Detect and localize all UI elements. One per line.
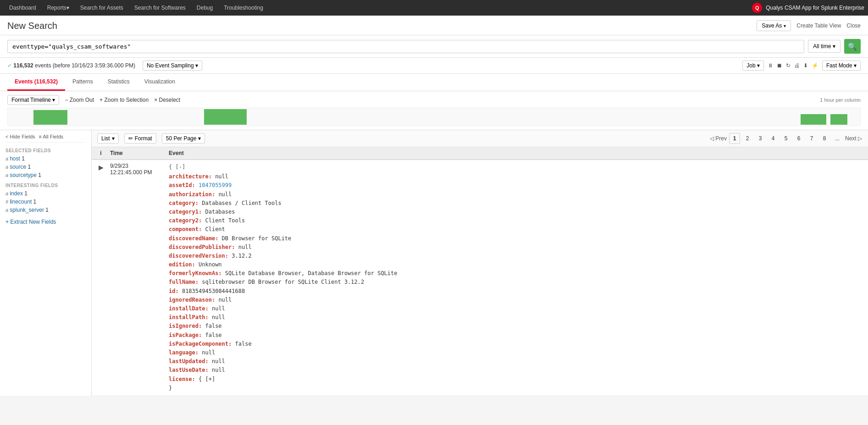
page-5-button[interactable]: 5 [780,133,791,144]
search-icon: 🔍 [848,42,857,51]
event-fields: architecture: null assetId: 1047055999 a… [169,172,864,392]
close-button[interactable]: Close [846,22,861,29]
create-table-view-link[interactable]: Create Table View [796,22,841,29]
status-bar: ✓ 116,532 events (before 10/16/23 3:59:3… [0,58,868,74]
nav-search-softwares[interactable]: Search for Softwares [129,0,191,16]
event-field-license: license: { [+] [169,375,864,384]
nav-dashboard[interactable]: Dashboard [4,0,42,16]
stop-icon[interactable]: ⏹ [777,62,782,69]
list-chevron-icon: ▾ [112,135,115,142]
timeline-chart[interactable] [7,108,861,126]
search-button[interactable]: 🔍 [844,39,861,54]
timeline-bar-1 [33,110,67,125]
page-6-button[interactable]: 6 [793,133,804,144]
field-host[interactable]: a host 1 [6,155,86,162]
pencil-icon: ✏ [128,135,133,142]
per-page-button[interactable]: 50 Per Page ▾ [162,133,205,144]
save-as-chevron-icon: ▾ [784,23,786,28]
event-field-installdate: installDate: null [169,304,864,313]
tab-statistics[interactable]: Statistics [100,74,137,91]
results-area: < Hide Fields ≡ All Fields SELECTED FIEL… [0,130,868,396]
event-field-assetid: assetId: 1047055999 [169,181,864,190]
event-field-category2: category2: Client Tools [169,216,864,225]
brand-logo-area: Q Qualys CSAM App for Splunk Enterprise [752,3,864,13]
row-clock: 12:21:45.000 PM [110,169,165,176]
event-header-bracket[interactable]: { [-] [169,163,864,171]
event-field-isignored: isIgnored: false [169,322,864,331]
zoom-out-button[interactable]: − Zoom Out [65,97,94,103]
tab-events[interactable]: Events (116,532) [7,74,65,91]
format-timeline-button[interactable]: Format Timeline ▾ [7,95,59,105]
pagination-dots: ... [832,133,843,144]
nav-debug[interactable]: Debug [191,0,218,16]
extract-new-fields-link[interactable]: + Extract New Fields [6,219,86,225]
timeline-section: Format Timeline ▾ − Zoom Out + Zoom to S… [0,91,868,130]
fast-mode-button[interactable]: Fast Mode ▾ [822,61,861,71]
field-sourcetype[interactable]: a sourcetype 1 [6,172,86,178]
next-page-button[interactable]: Next ▷ [845,133,862,144]
event-field-installpath: installPath: null [169,313,864,322]
time-range-button[interactable]: All time ▾ [808,40,840,53]
page-2-button[interactable]: 2 [742,133,753,144]
col-header-event: Event [169,150,864,156]
event-field-language: language: null [169,348,864,357]
row-time: 9/29/23 12:21:45.000 PM [110,163,165,176]
event-field-fullname: fullName: sqlitebrowser DB Browser for S… [169,278,864,287]
field-linecount[interactable]: # linecount 1 [6,199,86,205]
row-expand-toggle[interactable]: ▶ [95,163,106,171]
all-fields-button[interactable]: ≡ All Fields [39,134,64,139]
result-tabs: Events (116,532) Patterns Statistics Vis… [0,74,868,91]
pagination: ◁ Prev 1 2 3 4 5 6 7 8 ... Next ▷ [709,133,862,144]
print-icon[interactable]: 🖨 [794,62,800,69]
per-page-chevron-icon: ▾ [198,135,201,142]
field-index[interactable]: a index 1 [6,190,86,197]
list-button[interactable]: List ▾ [97,133,119,144]
field-source[interactable]: a source 1 [6,164,86,170]
sidebar-header: < Hide Fields ≡ All Fields [6,134,86,143]
time-range-chevron-icon: ▾ [833,43,835,50]
save-as-button[interactable]: Save As ▾ [757,20,791,31]
no-event-sampling-button[interactable]: No Event Sampling ▾ [143,61,202,71]
refresh-icon[interactable]: ↻ [786,62,791,69]
search-input[interactable] [7,40,804,53]
page-3-button[interactable]: 3 [755,133,766,144]
row-event-content: { [-] architecture: null assetId: 104705… [169,163,864,392]
pause-icon[interactable]: ⏸ [768,62,773,69]
format-button[interactable]: ✏ Format [124,133,156,144]
lightning-icon: ⚡ [812,62,818,69]
tab-visualization[interactable]: Visualization [137,74,182,91]
job-chevron-icon: ▾ [757,62,760,69]
nav-reports[interactable]: Reports ▾ [42,0,75,16]
event-close-bracket: } [169,384,864,392]
event-field-ignoredreason: ignoredReason: null [169,296,864,304]
event-field-category1: category1: Databases [169,208,864,216]
interesting-fields-list: a index 1 # linecount 1 a splunk_server … [6,190,86,213]
timeline-controls: Format Timeline ▾ − Zoom Out + Zoom to S… [7,95,861,105]
prev-page-button[interactable]: ◁ Prev [709,133,727,144]
zoom-to-selection-button[interactable]: + Zoom to Selection [100,97,149,103]
page-1-button[interactable]: 1 [729,133,740,144]
page-4-button[interactable]: 4 [768,133,779,144]
results-toolbar: List ▾ ✏ Format 50 Per Page ▾ ◁ Prev 1 2… [92,130,868,147]
col-header-i: i [95,150,106,156]
field-splunk-server[interactable]: a splunk_server 1 [6,207,86,213]
event-field-component: component: Client [169,225,864,234]
nav-troubleshooting[interactable]: Troubleshooting [218,0,269,16]
timeline-bar-2 [204,109,247,125]
interesting-fields-title: INTERESTING FIELDS [6,183,86,188]
page-7-button[interactable]: 7 [806,133,817,144]
deselect-button[interactable]: × Deselect [154,97,180,103]
event-count-text: ✓ 116,532 events (before 10/16/23 3:59:3… [7,62,135,69]
download-icon[interactable]: ⬇ [803,62,808,69]
event-field-discoveredname: discoveredName: DB Browser for SQLite [169,234,864,243]
hide-fields-button[interactable]: < Hide Fields [6,134,35,139]
tab-patterns[interactable]: Patterns [65,74,100,91]
table-row: ▶ 9/29/23 12:21:45.000 PM { [-] architec… [92,160,868,396]
event-field-ispackage: isPackage: false [169,331,864,340]
timeline-bar-3 [801,114,826,125]
col-header-time: Time [110,150,165,156]
page-8-button[interactable]: 8 [819,133,830,144]
format-timeline-chevron-icon: ▾ [52,97,55,103]
job-button[interactable]: Job ▾ [742,61,764,71]
nav-search-assets[interactable]: Search for Assets [75,0,129,16]
